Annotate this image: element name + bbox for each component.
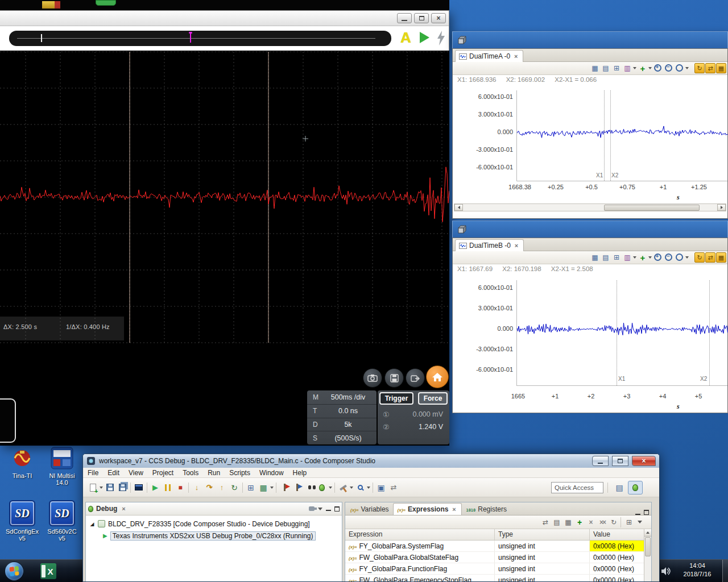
- refresh-graph-icon[interactable]: [694, 63, 705, 73]
- menu-view[interactable]: View: [129, 469, 143, 477]
- close-tab-icon[interactable]: [513, 242, 520, 249]
- cursor-position-marker[interactable]: [190, 34, 191, 43]
- remove-expression-button[interactable]: ×: [586, 517, 596, 527]
- show-grid-icon[interactable]: [601, 63, 611, 73]
- ccs-debug-perspective-button[interactable]: [628, 481, 643, 494]
- graph-b-titlebar[interactable]: [452, 221, 728, 238]
- tab-dualtimea[interactable]: DualTimeA -0: [455, 50, 523, 62]
- export-graph-icon[interactable]: [716, 63, 726, 73]
- search-symbols-button[interactable]: [304, 481, 315, 494]
- refresh-graph-icon[interactable]: [694, 252, 705, 263]
- desktop-icon-tina-ti[interactable]: Tina-TI: [3, 447, 41, 479]
- menu-project[interactable]: Project: [152, 469, 173, 477]
- force-button[interactable]: Force: [418, 392, 448, 405]
- run-button[interactable]: [420, 32, 429, 43]
- registers-view-button[interactable]: ▦: [258, 481, 269, 494]
- step-into-button[interactable]: ↓: [191, 481, 202, 494]
- dropdown-caret-icon[interactable]: [270, 483, 274, 493]
- graph-a-hscrollbar[interactable]: [454, 203, 726, 211]
- expression-row[interactable]: FY_GlobalPara.SystemFlag unsigned int 0x…: [345, 541, 645, 552]
- show-legend-icon[interactable]: [611, 252, 622, 263]
- dropdown-caret-icon[interactable]: [328, 483, 333, 493]
- display-properties-icon[interactable]: [622, 63, 632, 73]
- zoom-in-icon[interactable]: [653, 63, 663, 73]
- dropdown-caret-icon[interactable]: [685, 63, 689, 73]
- show-grid-icon[interactable]: [601, 252, 611, 263]
- view-menu-icon[interactable]: [318, 508, 322, 510]
- save-button[interactable]: [384, 368, 404, 388]
- scroll-up-button[interactable]: [644, 529, 651, 537]
- maximize-view-icon[interactable]: [334, 506, 340, 512]
- cursor-x2-line[interactable]: [610, 90, 611, 181]
- zoom-fit-icon[interactable]: [675, 63, 685, 73]
- ccs-edit-perspective-button[interactable]: ▤: [612, 481, 627, 494]
- tab-variables[interactable]: Variables: [346, 503, 393, 515]
- add-graph-icon[interactable]: [638, 63, 648, 73]
- show-legend-icon[interactable]: [611, 63, 622, 73]
- show-logical-structure-icon[interactable]: ▤: [552, 517, 562, 527]
- debug-probe-node[interactable]: ▶ Texas Instruments XDS2xx USB Debug Pro…: [89, 530, 342, 542]
- show-data-icon[interactable]: [590, 63, 600, 73]
- speaker-icon[interactable]: [661, 567, 671, 576]
- export-button[interactable]: [406, 368, 425, 388]
- tab-registers[interactable]: Registers: [462, 503, 511, 515]
- close-button[interactable]: ×: [632, 456, 656, 466]
- timebase-position-slider[interactable]: [9, 31, 391, 46]
- dropdown-caret-icon[interactable]: [648, 252, 652, 263]
- restart-button[interactable]: ↻: [229, 481, 240, 494]
- zoom-fit-icon[interactable]: [675, 252, 685, 263]
- refresh-button[interactable]: ↻: [609, 517, 619, 527]
- minimize-button[interactable]: [397, 13, 412, 23]
- dropdown-caret-icon[interactable]: [99, 483, 104, 493]
- timebase-row[interactable]: M500ms /div: [307, 390, 377, 404]
- column-value[interactable]: Value: [590, 529, 651, 540]
- edit-watch-icon[interactable]: ⊞: [624, 517, 634, 527]
- show-data-icon[interactable]: [590, 252, 600, 263]
- channel1-level-row[interactable]: ① 0.000 mV: [379, 408, 448, 421]
- desktop-icon-multisim[interactable]: NI Multisi 14.0: [43, 446, 81, 486]
- add-graph-icon[interactable]: [638, 252, 648, 263]
- dropdown-caret-icon[interactable]: [349, 483, 354, 493]
- menu-tools[interactable]: Tools: [183, 469, 198, 477]
- screenshot-button[interactable]: [363, 368, 382, 388]
- column-expression[interactable]: Expression: [345, 529, 495, 540]
- maximize-view-icon[interactable]: [644, 510, 649, 515]
- scroll-left-button[interactable]: [454, 204, 463, 211]
- expressions-vscrollbar[interactable]: [644, 529, 651, 582]
- desktop-icon-sdconfigex[interactable]: SD SdConfigEx v5: [3, 500, 41, 542]
- column-type[interactable]: Type: [495, 529, 590, 540]
- expression-row[interactable]: FW_GlobalPara.GlobalStateFlag unsigned i…: [345, 552, 645, 563]
- show-type-names-icon[interactable]: ⇄: [540, 517, 551, 527]
- zoom-in-icon[interactable]: [653, 252, 663, 263]
- quick-access-box[interactable]: Quick Access: [551, 482, 603, 493]
- close-tab-icon[interactable]: [512, 53, 519, 60]
- watchpoint-button[interactable]: [291, 481, 303, 494]
- save-button[interactable]: [104, 481, 115, 494]
- memory-view-button[interactable]: ⊞: [245, 481, 257, 494]
- channel2-level-row[interactable]: ② 1.240 V: [379, 421, 448, 433]
- trigger-time-row[interactable]: T0.0 ns: [307, 404, 377, 418]
- save-all-button[interactable]: [117, 481, 128, 494]
- close-button[interactable]: ×: [431, 13, 446, 23]
- show-desktop-button[interactable]: [722, 560, 728, 582]
- step-over-button[interactable]: ↷: [204, 481, 215, 494]
- scope-waveform-plot[interactable]: [0, 51, 449, 446]
- debug-session-node[interactable]: ◢ BLDC_DRV_F28335 [Code Composer Studio …: [89, 518, 342, 530]
- console-button[interactable]: [133, 481, 144, 494]
- cursor-x1-line[interactable]: [604, 90, 605, 181]
- minimize-button[interactable]: [592, 456, 609, 466]
- display-properties-icon[interactable]: [622, 252, 632, 263]
- minimize-view-icon[interactable]: [326, 506, 331, 511]
- remove-all-expressions-button[interactable]: ××: [597, 517, 607, 527]
- samplerate-row[interactable]: S(500S/s): [307, 431, 377, 444]
- maximize-button[interactable]: [414, 13, 429, 23]
- expression-row[interactable]: FW_GlobalPara.EmergencyStopFlag unsigned…: [345, 575, 645, 582]
- graph-a-plot-area[interactable]: X1 X2: [516, 90, 727, 181]
- ccs-titlebar[interactable]: workspace_v7 - CCS Debug - BLDC_DRV_F283…: [83, 454, 659, 468]
- sync-graph-icon[interactable]: [705, 252, 715, 263]
- home-button[interactable]: [426, 365, 449, 388]
- trigger-bolt-icon[interactable]: [437, 31, 446, 45]
- menu-run[interactable]: Run: [208, 469, 220, 477]
- menu-help[interactable]: Help: [293, 469, 307, 477]
- scroll-right-button[interactable]: [717, 204, 726, 211]
